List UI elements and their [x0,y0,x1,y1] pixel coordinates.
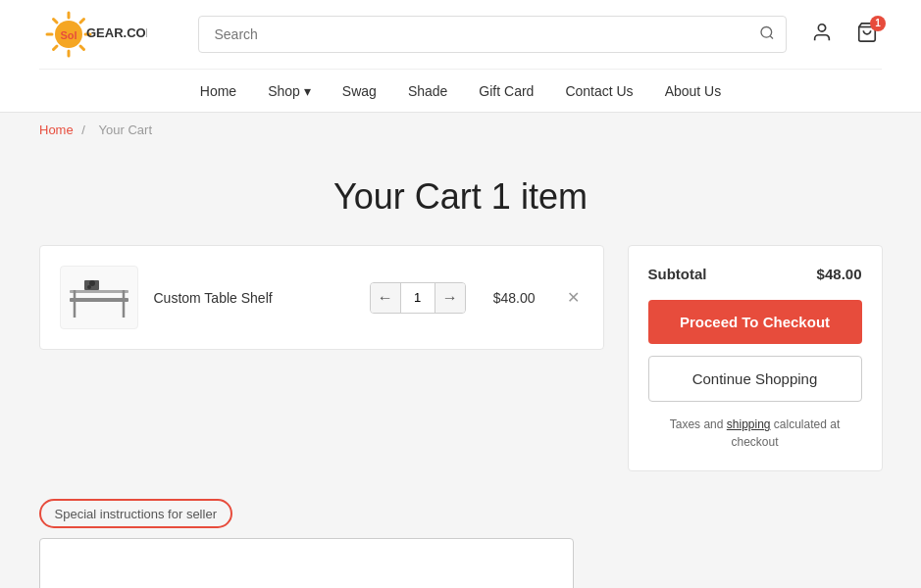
svg-line-12 [770,36,773,39]
product-image [60,266,138,329]
special-instructions-label: Special instructions for seller [55,507,217,521]
logo-svg: Sol GEAR.COM [39,8,147,62]
quantity-control: ← → [370,282,466,314]
breadcrumb: Home / Your Cart [0,113,921,147]
special-instructions-textarea[interactable] [39,538,574,588]
subtotal-row: Subtotal $48.00 [648,266,862,282]
svg-rect-16 [70,290,128,293]
logo[interactable]: Sol GEAR.COM [39,8,177,62]
svg-line-7 [54,46,58,50]
svg-rect-15 [70,298,128,302]
svg-point-11 [761,27,772,38]
search-input[interactable] [198,16,787,53]
nav-item-contact[interactable]: Contact Us [565,83,633,99]
breadcrumb-current: Your Cart [99,122,152,137]
cart-count-badge: 1 [870,16,886,31]
cart-layout: Custom Table Shelf ← → $48.00 ✕ Subtotal… [39,245,883,471]
header-top: Sol GEAR.COM [39,0,882,69]
cart-items-panel: Custom Table Shelf ← → $48.00 ✕ [39,245,604,350]
nav-item-shop[interactable]: Shop ▾ [268,83,311,99]
breadcrumb-home-link[interactable]: Home [39,122,74,137]
page-title: Your Cart 1 item [39,176,883,218]
account-button[interactable] [807,18,837,52]
main-nav: Home Shop ▾ Swag Shade Gift Card Contact… [39,69,882,112]
product-price: $48.00 [493,290,536,306]
nav-item-shade[interactable]: Shade [408,83,447,99]
nav-item-swag[interactable]: Swag [342,83,377,99]
cart-item: Custom Table Shelf ← → $48.00 ✕ [60,266,584,329]
svg-text:Sol: Sol [60,29,77,41]
search-bar [198,16,787,53]
svg-text:GEAR.COM: GEAR.COM [86,25,147,40]
breadcrumb-separator: / [81,122,85,137]
shipping-link[interactable]: shipping [727,417,771,431]
nav-item-giftcard[interactable]: Gift Card [479,83,534,99]
remove-item-button[interactable]: ✕ [563,284,584,311]
svg-point-21 [87,285,91,289]
special-instructions-toggle[interactable]: Special instructions for seller [39,499,232,528]
nav-item-about[interactable]: About Us [665,83,722,99]
product-name: Custom Table Shelf [154,290,354,306]
chevron-down-icon: ▾ [304,83,311,99]
cart-button[interactable]: 1 [852,18,882,52]
svg-point-20 [89,280,95,286]
search-icon[interactable] [759,25,775,44]
qty-decrease-button[interactable]: ← [371,283,400,313]
svg-line-5 [54,19,58,23]
tax-note: Taxes and shipping calculated at checkou… [648,416,862,451]
header-icons: 1 [807,18,882,52]
svg-point-13 [818,24,825,30]
main-content: Your Cart 1 item [20,147,902,588]
continue-shopping-button[interactable]: Continue Shopping [648,356,862,402]
qty-increase-button[interactable]: → [435,283,465,313]
svg-line-4 [80,19,84,23]
special-instructions-section: Special instructions for seller [39,499,883,588]
nav-item-home[interactable]: Home [200,83,236,99]
quantity-input[interactable] [400,283,435,313]
subtotal-value: $48.00 [817,266,862,282]
header: Sol GEAR.COM [0,0,921,113]
order-summary: Subtotal $48.00 Proceed To Checkout Cont… [628,245,883,471]
checkout-button[interactable]: Proceed To Checkout [648,300,862,344]
subtotal-label: Subtotal [648,266,707,282]
product-svg [65,270,133,324]
svg-line-6 [80,46,84,50]
